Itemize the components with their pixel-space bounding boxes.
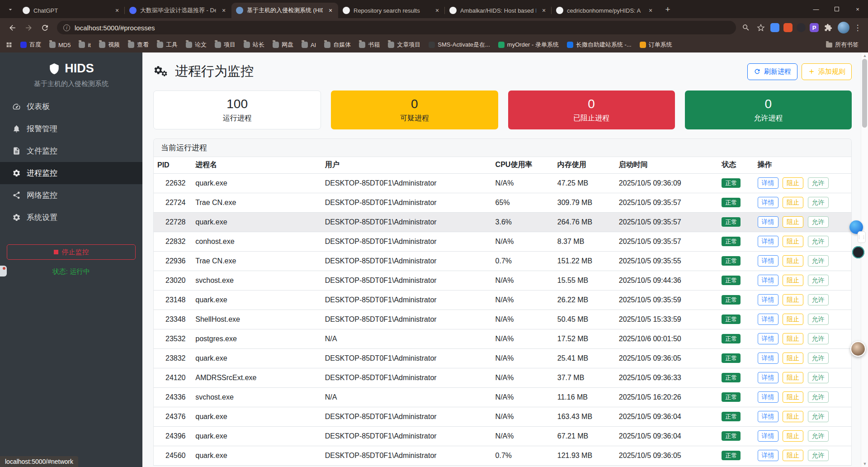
block-button[interactable]: 阻止 <box>783 177 803 189</box>
allow-button[interactable]: 允许 <box>808 255 829 267</box>
tab-close-icon[interactable]: × <box>540 6 548 14</box>
float-widget-tool-button[interactable] <box>0 266 7 276</box>
detail-button[interactable]: 详情 <box>758 430 778 442</box>
back-button[interactable] <box>5 20 20 35</box>
browser-tab[interactable]: cedricbonhomme/pyHIDS: A × <box>552 3 658 18</box>
block-button[interactable]: 阻止 <box>783 411 803 423</box>
bookmark-item[interactable]: 论文 <box>182 39 211 51</box>
allow-button[interactable]: 允许 <box>808 197 829 209</box>
detail-button[interactable]: 详情 <box>758 275 778 286</box>
browser-tab[interactable]: 基于主机的入侵检测系统 (HID × <box>231 3 338 18</box>
detail-button[interactable]: 详情 <box>758 411 778 423</box>
sidebar-item-alerts[interactable]: 报警管理 <box>0 118 142 140</box>
block-button[interactable]: 阻止 <box>783 236 803 248</box>
tab-close-icon[interactable]: × <box>326 6 335 14</box>
allow-button[interactable]: 允许 <box>808 353 829 364</box>
extensions-puzzle-icon[interactable] <box>823 22 834 33</box>
page-scrollbar[interactable]: ▲ ▼ <box>861 52 868 467</box>
sidebar-item-dashboard[interactable]: 仪表板 <box>0 95 142 118</box>
site-info-icon[interactable]: i <box>63 24 70 31</box>
allow-button[interactable]: 允许 <box>808 333 829 345</box>
detail-button[interactable]: 详情 <box>758 353 778 364</box>
bookmark-item[interactable]: 站长 <box>240 39 269 51</box>
allow-button[interactable]: 允许 <box>808 216 829 228</box>
allow-button[interactable]: 允许 <box>808 411 829 423</box>
float-widget-share-button[interactable] <box>852 246 864 258</box>
allow-button[interactable]: 允许 <box>808 450 829 462</box>
reload-button[interactable] <box>37 20 52 35</box>
minimize-button[interactable]: — <box>806 0 826 18</box>
scrollbar-thumb[interactable] <box>862 59 867 128</box>
bookmark-item[interactable]: 书籍 <box>355 39 384 51</box>
allow-button[interactable]: 允许 <box>808 391 829 403</box>
browser-tab[interactable]: Ambalkar/HIDS: Host based I × <box>445 3 552 18</box>
block-button[interactable]: 阻止 <box>783 314 803 325</box>
float-avatar[interactable] <box>850 341 866 357</box>
address-bar[interactable]: i localhost:5000/#processes <box>57 21 736 34</box>
extension-icon-p[interactable]: P <box>810 23 819 32</box>
allow-button[interactable]: 允许 <box>808 177 829 189</box>
bookmark-item[interactable]: MD5 <box>45 40 75 50</box>
extension-icon-blue[interactable] <box>770 23 779 32</box>
bookmark-item[interactable]: 工具 <box>153 39 182 51</box>
bookmark-item[interactable]: 查看 <box>124 39 153 51</box>
forward-button[interactable] <box>21 20 36 35</box>
scroll-up-arrow-icon[interactable]: ▲ <box>861 53 868 58</box>
detail-button[interactable]: 详情 <box>758 197 778 209</box>
allow-button[interactable]: 允许 <box>808 236 829 248</box>
tab-search-button[interactable] <box>4 3 17 16</box>
allow-button[interactable]: 允许 <box>808 314 829 325</box>
detail-button[interactable]: 详情 <box>758 294 778 306</box>
search-icon[interactable] <box>741 22 751 33</box>
tab-close-icon[interactable]: × <box>113 6 121 14</box>
block-button[interactable]: 阻止 <box>783 197 803 209</box>
close-button[interactable]: × <box>847 0 868 18</box>
bookmark-item[interactable]: it <box>75 40 95 50</box>
extension-icon-dark[interactable] <box>797 23 806 32</box>
detail-button[interactable]: 详情 <box>758 236 778 248</box>
browser-tab[interactable]: 大数据毕业设计选题推荐 - Dee × <box>125 3 231 18</box>
block-button[interactable]: 阻止 <box>783 372 803 384</box>
block-button[interactable]: 阻止 <box>783 216 803 228</box>
maximize-button[interactable] <box>826 0 847 18</box>
bookmark-item[interactable]: 视频 <box>95 39 124 51</box>
sidebar-item-network-monitor[interactable]: 网络监控 <box>0 184 142 206</box>
scroll-down-arrow-icon[interactable]: ▼ <box>861 462 868 466</box>
allow-button[interactable]: 允许 <box>808 275 829 286</box>
all-bookmarks-button[interactable]: 所有书签 <box>822 39 863 51</box>
profile-avatar[interactable] <box>838 22 849 33</box>
detail-button[interactable]: 详情 <box>758 177 778 189</box>
extension-icon-red[interactable] <box>783 23 793 32</box>
tab-close-icon[interactable]: × <box>646 6 655 14</box>
block-button[interactable]: 阻止 <box>783 450 803 462</box>
bookmark-item[interactable]: 订单系统 <box>636 39 676 51</box>
refresh-processes-button[interactable]: 刷新进程 <box>747 63 797 80</box>
bookmark-item[interactable]: 自媒体 <box>320 39 355 51</box>
block-button[interactable]: 阻止 <box>783 430 803 442</box>
allow-button[interactable]: 允许 <box>808 372 829 384</box>
block-button[interactable]: 阻止 <box>783 255 803 267</box>
tab-close-icon[interactable]: × <box>433 6 441 14</box>
block-button[interactable]: 阻止 <box>783 333 803 345</box>
browser-menu-icon[interactable]: ⋮ <box>854 23 862 33</box>
add-rule-button[interactable]: 添加规则 <box>802 63 852 80</box>
bookmark-item[interactable]: 长撒自助建站系统 -... <box>563 39 636 51</box>
detail-button[interactable]: 详情 <box>758 333 778 345</box>
bookmark-item[interactable]: AI <box>297 40 320 50</box>
detail-button[interactable]: 详情 <box>758 450 778 462</box>
tab-close-icon[interactable]: × <box>220 6 228 14</box>
bookmark-item[interactable]: 百度 <box>16 39 45 51</box>
sidebar-item-process-monitor[interactable]: 进程监控 <box>0 162 142 184</box>
stop-monitoring-button[interactable]: 停止监控 <box>7 244 136 260</box>
sidebar-item-file-monitor[interactable]: 文件监控 <box>0 140 142 162</box>
block-button[interactable]: 阻止 <box>783 391 803 403</box>
browser-tab[interactable]: Repository search results × <box>338 3 445 18</box>
block-button[interactable]: 阻止 <box>783 275 803 286</box>
apps-grid-icon[interactable] <box>5 41 13 48</box>
allow-button[interactable]: 允许 <box>808 294 829 306</box>
allow-button[interactable]: 允许 <box>808 430 829 442</box>
bookmark-item[interactable]: 项目 <box>211 39 240 51</box>
detail-button[interactable]: 详情 <box>758 372 778 384</box>
block-button[interactable]: 阻止 <box>783 294 803 306</box>
detail-button[interactable]: 详情 <box>758 391 778 403</box>
